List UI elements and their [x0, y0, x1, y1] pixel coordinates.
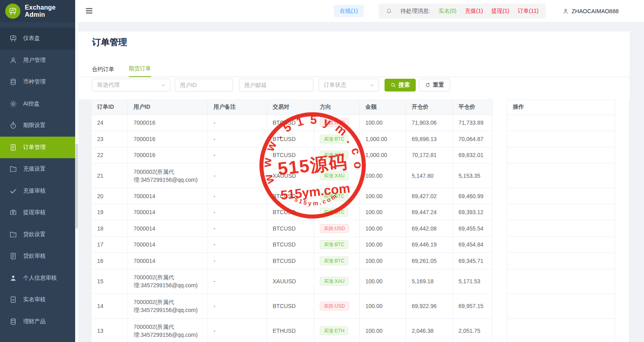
- table-row: 237000016-BTCUSD买涨:BTC1,000.0069,898.137…: [91, 131, 629, 147]
- loan-settings-icon: [9, 231, 17, 239]
- user-email-input[interactable]: [239, 79, 313, 91]
- cell-direction: 买涨:BTC: [314, 237, 360, 253]
- cell-close-price: 69,460.99: [453, 188, 492, 205]
- cell-pair: ETHUSD: [267, 319, 314, 342]
- sidebar-item-label: 提现审核: [23, 209, 46, 216]
- cell-pair: XAUUSD: [267, 269, 314, 294]
- cell-filler: [615, 115, 629, 131]
- deposit-review-icon: [9, 187, 17, 195]
- cell-user-id: 7000014: [128, 253, 208, 269]
- pending-link[interactable]: 充值(1): [465, 8, 483, 15]
- tab-futures-orders[interactable]: 期货订单: [129, 61, 151, 77]
- column-header: 用户ID: [128, 99, 208, 115]
- column-header: 平仓价: [453, 99, 492, 115]
- sidebar-item-profile-review[interactable]: 个人信息审核: [0, 267, 75, 289]
- sidebar-item-ai-control[interactable]: AI控盘: [0, 93, 75, 115]
- sidebar-item-label: 充值审核: [23, 187, 46, 195]
- top-header: 在线(1) 待处理消息: 实名(0)充值(1)提现(1)订单(11) ZHAOC…: [75, 0, 644, 22]
- sidebar-item-label: 贷款设置: [23, 231, 46, 238]
- cell-user-id: 7000002(所属代理:3457299156@qq.com): [128, 163, 208, 188]
- pending-link[interactable]: 实名(0): [439, 8, 457, 15]
- search-icon: [391, 82, 396, 88]
- cell-order-id: 16: [91, 253, 128, 269]
- cell-close-price: 69,393.12: [453, 205, 492, 221]
- cell-user-note: -: [208, 221, 267, 237]
- cell-amount: 100.00: [360, 115, 406, 131]
- coins-icon: [9, 78, 17, 86]
- cell-user-id: 7000002(所属代理:3457299156@qq.com): [128, 294, 208, 319]
- search-button[interactable]: 搜索: [385, 79, 416, 91]
- kyc-review-icon: [9, 296, 17, 304]
- pending-messages-label: 待处理消息:: [401, 8, 430, 15]
- cell-amount: 100.00: [360, 205, 406, 221]
- orders-table: 订单ID用户ID用户备注交易对方向金额开仓价平仓价操作 247000016-BT…: [91, 99, 629, 342]
- cell-actions: [507, 269, 615, 294]
- column-filler: [615, 99, 629, 115]
- user-id-input[interactable]: [175, 79, 233, 91]
- order-status-placeholder: 订单状态: [324, 82, 346, 89]
- sidebar-item-coins[interactable]: 币种管理: [0, 71, 75, 93]
- direction-badge: 买跌:USD: [320, 302, 349, 310]
- user-menu[interactable]: ZHAOCAIMAO888: [562, 0, 618, 22]
- table-row: 207000014-BTCUSD买涨:BTC100.0069,427.0269,…: [91, 188, 629, 205]
- sidebar-item-wealth-products[interactable]: 理财产品: [0, 311, 75, 333]
- cell-open-price: 5,169.18: [406, 269, 453, 294]
- pending-link[interactable]: 订单(11): [518, 8, 538, 15]
- sidebar-item-loan-review[interactable]: 贷款审核: [0, 245, 75, 267]
- app-window: Exchange Admin 仪表盘用户管理币种管理AI控盘期限设置订单管理充值…: [0, 0, 644, 342]
- column-spacer: [492, 99, 507, 115]
- users-icon: [9, 56, 17, 64]
- pending-link[interactable]: 提现(1): [491, 8, 509, 15]
- sidebar-item-deposit-settings[interactable]: 充值设置: [0, 158, 75, 180]
- sidebar-item-label: 仪表盘: [23, 35, 40, 42]
- reset-button[interactable]: 重置: [419, 79, 450, 91]
- cell-user-id: 7000014: [128, 205, 208, 221]
- sidebar-scrollbar[interactable]: [75, 22, 78, 342]
- cell-user-note: -: [208, 115, 267, 131]
- cell-order-id: 15: [91, 269, 128, 294]
- cell-amount: 100.00: [360, 237, 406, 253]
- deposit-settings-icon: [9, 165, 17, 173]
- cell-amount: 100.00: [360, 294, 406, 319]
- sidebar-item-label: AI控盘: [23, 100, 40, 107]
- cell-open-price: 69,898.13: [406, 131, 453, 147]
- cell-spacer: [492, 221, 507, 237]
- cell-close-price: 69,832.01: [453, 147, 492, 164]
- cell-direction: 买涨:BTC: [314, 147, 360, 164]
- sidebar-item-users[interactable]: 用户管理: [0, 50, 75, 72]
- column-header: 金额: [360, 99, 406, 115]
- cell-user-note: -: [208, 253, 267, 269]
- cell-filler: [615, 319, 629, 342]
- brand-logo: Exchange Admin: [0, 0, 75, 22]
- cell-amount: 100.00: [360, 253, 406, 269]
- sidebar-item-dashboard[interactable]: 仪表盘: [0, 28, 75, 50]
- cell-actions: [507, 205, 615, 221]
- sidebar-item-timer[interactable]: 期限设置: [0, 115, 75, 137]
- column-header: 订单ID: [91, 99, 128, 115]
- table-row: 197000014-BTCUSD买涨:BTC100.0069,447.2469,…: [91, 205, 629, 221]
- cell-amount: 100.00: [360, 163, 406, 188]
- cell-amount: 100.00: [360, 221, 406, 237]
- cell-actions: [507, 188, 615, 205]
- sidebar-item-loan-settings[interactable]: 贷款设置: [0, 224, 75, 246]
- sidebar-item-kyc-review[interactable]: 实名审核: [0, 289, 75, 311]
- agent-filter-select[interactable]: 筛选代理: [92, 79, 170, 91]
- chevron-down-icon: [370, 83, 375, 87]
- sidebar-item-withdraw-review[interactable]: 提现审核: [0, 202, 75, 224]
- order-status-select[interactable]: 订单状态: [319, 79, 379, 91]
- cell-user-note: -: [208, 205, 267, 221]
- sidebar-item-deposit-review[interactable]: 充值审核: [0, 180, 75, 202]
- cell-close-price: 69,345.71: [453, 253, 492, 269]
- cell-order-id: 20: [91, 188, 128, 205]
- online-count-badge[interactable]: 在线(1): [334, 5, 364, 17]
- cell-pair: BTCUSD: [267, 294, 314, 319]
- sidebar-scrollbar-thumb[interactable]: [76, 144, 78, 229]
- table-row: 227000016-BTCUSD买涨:BTC1,000.0070,172.816…: [91, 147, 629, 164]
- sidebar-item-label: 实名审核: [23, 296, 46, 303]
- cell-close-price: 5,153.35: [453, 163, 492, 188]
- tab-contract-orders[interactable]: 合约订单: [92, 62, 114, 77]
- sidebar-item-orders[interactable]: 订单管理: [0, 137, 75, 159]
- cell-spacer: [492, 131, 507, 147]
- hamburger-icon[interactable]: [85, 7, 93, 15]
- sidebar-item-label: 充值设置: [23, 165, 46, 173]
